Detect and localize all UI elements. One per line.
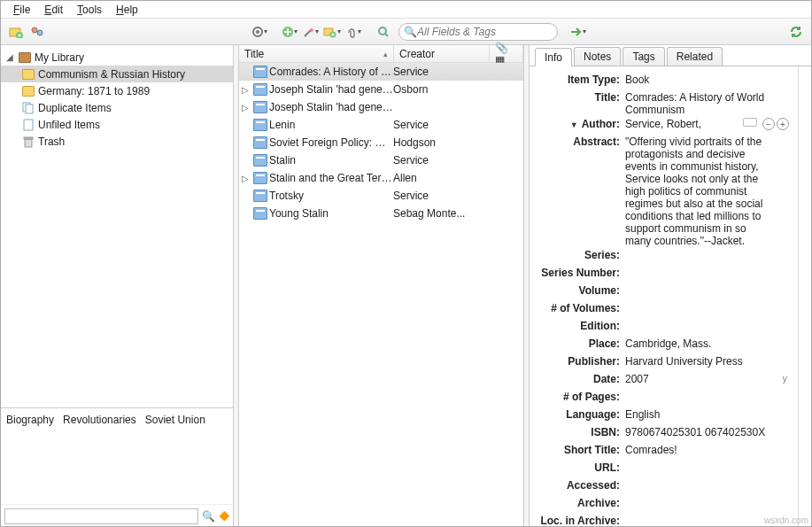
file-icon xyxy=(22,119,35,131)
advanced-search-button[interactable] xyxy=(374,22,393,42)
chevron-down-icon[interactable]: ▼ xyxy=(570,120,578,129)
tree-collection[interactable]: Communism & Russian History xyxy=(1,66,233,82)
tree-label: My Library xyxy=(35,51,84,64)
col-title[interactable]: Title▴ xyxy=(239,45,394,62)
col-creator[interactable]: Creator xyxy=(394,45,490,62)
svg-point-5 xyxy=(256,30,259,34)
field-row: Item Type:Book xyxy=(530,74,793,89)
expand-toggle[interactable]: ▷ xyxy=(239,103,251,112)
field-label: Archive: xyxy=(530,497,625,509)
tab-notes[interactable]: Notes xyxy=(574,47,621,66)
tree-label: Unfiled Items xyxy=(38,119,100,131)
field-value[interactable]: 2007 xyxy=(625,373,793,385)
name-mode-toggle[interactable] xyxy=(743,118,757,127)
field-row: Loc. in Archive: xyxy=(530,515,793,527)
field-row: Series: xyxy=(530,249,793,265)
library-icon xyxy=(19,52,31,63)
search-icon[interactable]: 🔍 xyxy=(202,510,215,523)
field-row: Short Title:Comrades! xyxy=(530,444,793,460)
new-collection-button[interactable] xyxy=(6,22,26,42)
book-icon xyxy=(253,172,267,184)
cell-creator: Sebag Monte... xyxy=(393,207,523,220)
menu-file[interactable]: File xyxy=(6,2,37,18)
wand-button[interactable]: ▾ xyxy=(301,22,321,42)
tag-item[interactable]: Biography xyxy=(6,414,54,426)
table-row[interactable]: Soviet Foreign Policy: Men... Hodgson xyxy=(239,134,523,151)
cell-title: Comrades: A History of W... xyxy=(269,66,393,78)
table-row[interactable]: Trotsky Service xyxy=(239,187,523,205)
col-attachments[interactable]: 📎 ▦ xyxy=(490,45,523,62)
tab-info[interactable]: Info xyxy=(535,48,572,66)
item-tabs: Info Notes Tags Related xyxy=(530,45,811,66)
expand-toggle[interactable]: ▷ xyxy=(239,174,251,183)
table-row[interactable]: ▷ Stalin and the Great Terror... Allen xyxy=(239,169,523,187)
remove-author-button[interactable]: − xyxy=(762,118,775,130)
field-row: Volume: xyxy=(530,284,793,300)
tag-filter-input[interactable] xyxy=(4,508,198,524)
locate-button[interactable]: ▾ xyxy=(568,22,588,42)
tree-duplicate-items[interactable]: Duplicate Items xyxy=(1,99,233,116)
table-row[interactable]: ▷ Joseph Stalin 'had generati... Osborn xyxy=(239,81,523,98)
menu-tools[interactable]: Tools xyxy=(70,2,109,18)
tab-related[interactable]: Related xyxy=(667,47,723,66)
field-value[interactable]: 9780674025301 067402530X xyxy=(625,426,793,438)
sync-button[interactable] xyxy=(786,22,806,42)
date-format-indicator: y xyxy=(783,373,788,384)
field-label: Short Title: xyxy=(530,444,625,456)
tag-item[interactable]: Revolutionaries xyxy=(63,414,136,426)
svg-point-3 xyxy=(37,30,43,35)
field-row: Title:Comrades: A History of World Commu… xyxy=(530,91,793,116)
library-tree[interactable]: ◢ My Library Communism & Russian History… xyxy=(1,45,233,407)
field-value[interactable]: "Offering vivid portraits of the protago… xyxy=(625,136,793,247)
field-row: Abstract:"Offering vivid portraits of th… xyxy=(530,136,793,247)
table-row[interactable]: Stalin Service xyxy=(239,151,523,169)
chevron-down-icon[interactable]: ◢ xyxy=(6,52,15,62)
cell-creator: Service xyxy=(393,154,523,167)
field-row: Publisher:Harvard University Press xyxy=(530,355,793,371)
field-label: ISBN: xyxy=(530,426,625,438)
field-row: ▼Author:Service, Robert, − + xyxy=(530,118,793,134)
new-item-button[interactable]: ▾ xyxy=(280,22,299,42)
field-value[interactable]: Comrades: A History of World Communism xyxy=(625,91,793,116)
tag-item[interactable]: Soviet Union xyxy=(145,414,205,426)
menu-edit[interactable]: Edit xyxy=(37,2,70,18)
book-icon xyxy=(253,154,267,167)
table-row[interactable]: ▷ Joseph Stalin 'had generati... xyxy=(239,98,523,116)
field-value[interactable]: Cambridge, Mass. xyxy=(625,337,793,350)
actions-gear-button[interactable]: ▾ xyxy=(250,22,269,42)
new-subcollection-button[interactable]: ▾ xyxy=(322,22,342,42)
book-icon xyxy=(253,190,267,202)
search-input[interactable] xyxy=(398,23,558,41)
cell-creator: Service xyxy=(393,66,523,78)
scrollbar[interactable] xyxy=(798,66,811,527)
field-label: # of Volumes: xyxy=(530,302,625,314)
column-headers: Title▴ Creator 📎 ▦ xyxy=(239,45,523,63)
tree-trash[interactable]: Trash xyxy=(1,133,233,150)
field-value[interactable]: Comrades! xyxy=(625,444,793,456)
cell-title: Soviet Foreign Policy: Men... xyxy=(269,136,393,149)
field-label: Series: xyxy=(530,249,625,261)
tree-collection[interactable]: Germany: 1871 to 1989 xyxy=(1,82,233,99)
tree-my-library[interactable]: ◢ My Library xyxy=(1,49,233,66)
menu-help[interactable]: Help xyxy=(109,2,145,18)
tree-label: Trash xyxy=(38,136,65,148)
add-author-button[interactable]: + xyxy=(777,118,789,130)
tree-unfiled-items[interactable]: Unfiled Items xyxy=(1,116,233,133)
field-value[interactable]: Harvard University Press xyxy=(625,355,793,368)
field-label: Accessed: xyxy=(530,479,625,492)
color-swatch-icon[interactable]: 🔶 xyxy=(219,511,229,521)
field-value[interactable]: English xyxy=(625,408,793,421)
expand-toggle[interactable]: ▷ xyxy=(239,85,251,95)
attach-button[interactable]: ▾ xyxy=(344,22,363,42)
field-value[interactable]: Book xyxy=(625,74,793,86)
table-row[interactable]: Lenin Service xyxy=(239,116,523,134)
table-row[interactable]: Comrades: A History of W... Service xyxy=(239,63,523,81)
tab-tags[interactable]: Tags xyxy=(623,47,664,66)
field-label: Series Number: xyxy=(530,267,625,279)
cell-title: Stalin xyxy=(269,154,393,167)
field-label: Abstract: xyxy=(530,136,625,148)
book-icon xyxy=(253,136,267,149)
new-group-button[interactable] xyxy=(27,22,47,42)
table-row[interactable]: Young Stalin Sebag Monte... xyxy=(239,205,523,222)
cell-title: Joseph Stalin 'had generati... xyxy=(269,101,393,113)
